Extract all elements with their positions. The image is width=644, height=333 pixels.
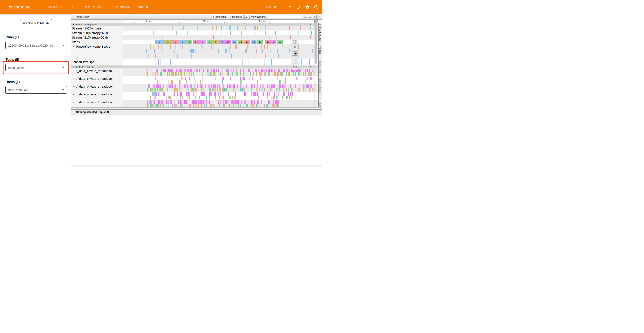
- trace-event[interactable]: [252, 26, 252, 30]
- trace-event[interactable]: [203, 100, 204, 104]
- trace-event[interactable]: [274, 69, 274, 72]
- trace-event[interactable]: [299, 72, 300, 76]
- trace-event[interactable]: [178, 54, 178, 58]
- trace-event[interactable]: [193, 72, 194, 76]
- trace-event[interactable]: [249, 88, 249, 92]
- trace-event[interactable]: [304, 44, 304, 49]
- trace-event[interactable]: [167, 100, 168, 104]
- trace-event[interactable]: [192, 69, 192, 72]
- trace-event[interactable]: [157, 88, 158, 92]
- trace-event[interactable]: [164, 104, 164, 107]
- trace-event[interactable]: [208, 69, 208, 72]
- trace-event[interactable]: [247, 77, 247, 80]
- trace-event[interactable]: [242, 26, 242, 30]
- trace-event[interactable]: [243, 26, 243, 30]
- trace-event[interactable]: [238, 77, 238, 80]
- trace-event[interactable]: [232, 69, 232, 72]
- trace-event[interactable]: [288, 31, 288, 34]
- trace-event[interactable]: [167, 72, 168, 76]
- trace-event[interactable]: [195, 96, 196, 99]
- trace-event[interactable]: [226, 100, 226, 104]
- trace-event[interactable]: [180, 84, 180, 88]
- trace-event[interactable]: [272, 26, 272, 30]
- trace-event[interactable]: [240, 96, 240, 99]
- trace-event[interactable]: [252, 69, 253, 72]
- trace-event[interactable]: [234, 36, 234, 39]
- trace-event[interactable]: [287, 88, 287, 92]
- trace-event[interactable]: [154, 84, 154, 88]
- trace-event[interactable]: [258, 96, 259, 99]
- trace-event[interactable]: [196, 92, 197, 96]
- trace-event[interactable]: [188, 54, 188, 58]
- trace-event[interactable]: [270, 80, 270, 84]
- trace-event[interactable]: [167, 26, 167, 30]
- trace-event[interactable]: [247, 84, 248, 88]
- trace-event[interactable]: [288, 26, 288, 30]
- trace-event[interactable]: [207, 72, 208, 76]
- trace-event[interactable]: [238, 104, 239, 107]
- trace-event[interactable]: [217, 88, 218, 92]
- trace-event[interactable]: [272, 88, 272, 92]
- trace-event[interactable]: [282, 84, 283, 88]
- trace-event[interactable]: [297, 36, 297, 39]
- trace-event[interactable]: [215, 92, 216, 96]
- trace-event[interactable]: [280, 84, 280, 88]
- trace-event[interactable]: [212, 104, 212, 107]
- trace-event[interactable]: [266, 88, 266, 92]
- trace-event[interactable]: [147, 104, 147, 107]
- trace-event[interactable]: [150, 44, 151, 49]
- trace-event[interactable]: [206, 96, 207, 99]
- trace-event[interactable]: [187, 104, 187, 107]
- trace-event[interactable]: [196, 100, 197, 104]
- trace-event[interactable]: [234, 72, 234, 76]
- trace-event[interactable]: [150, 69, 151, 72]
- trace-event[interactable]: [236, 72, 237, 76]
- trace-event[interactable]: [160, 59, 160, 65]
- trace-event[interactable]: [254, 31, 254, 34]
- trace-event[interactable]: [170, 92, 170, 96]
- track-label[interactable]: Stream #21(MemcpyD2H): [71, 35, 124, 40]
- trace-event[interactable]: [216, 69, 217, 72]
- trace-event[interactable]: [228, 92, 229, 96]
- trace-event[interactable]: [240, 26, 240, 30]
- trace-event[interactable]: [278, 84, 279, 88]
- trace-event[interactable]: [278, 72, 279, 76]
- trace-event[interactable]: [216, 72, 216, 76]
- trace-event[interactable]: [291, 84, 291, 88]
- trace-event[interactable]: [190, 84, 190, 88]
- trace-event[interactable]: [232, 100, 232, 104]
- trace-event[interactable]: [154, 88, 155, 92]
- trace-event[interactable]: [208, 72, 208, 76]
- collapse-triangle-icon[interactable]: ▾: [73, 24, 74, 26]
- track-label[interactable]: Stream #20(MemcpyH2D): [71, 30, 124, 35]
- trace-event[interactable]: [186, 80, 187, 84]
- trace-event[interactable]: [310, 72, 311, 76]
- trace-event[interactable]: [233, 88, 234, 92]
- trace-event[interactable]: [290, 88, 290, 92]
- trace-help-button[interactable]: ?: [317, 15, 321, 19]
- trace-event[interactable]: [232, 49, 234, 53]
- trace-event[interactable]: [201, 104, 201, 107]
- trace-event[interactable]: [188, 100, 188, 104]
- trace-event[interactable]: [297, 77, 298, 80]
- trace-event[interactable]: [182, 104, 182, 107]
- trace-event[interactable]: [304, 72, 304, 76]
- trace-event[interactable]: [213, 80, 214, 84]
- trace-event[interactable]: [203, 69, 203, 72]
- trace-event[interactable]: [175, 88, 176, 92]
- trace-event[interactable]: [259, 104, 259, 107]
- trace-event[interactable]: [269, 100, 269, 104]
- trace-event[interactable]: [265, 31, 266, 34]
- trace-event[interactable]: [292, 96, 293, 99]
- trace-event[interactable]: [252, 72, 252, 76]
- track-label[interactable]: Steps: [71, 40, 124, 44]
- trace-event[interactable]: [299, 59, 299, 65]
- trace-event[interactable]: [167, 96, 167, 99]
- trace-event[interactable]: [228, 69, 229, 72]
- trace-event[interactable]: [307, 84, 308, 88]
- trace-event[interactable]: [258, 49, 258, 53]
- trace-event[interactable]: [304, 84, 304, 88]
- trace-event[interactable]: [269, 26, 270, 30]
- trace-event[interactable]: [256, 77, 256, 80]
- trace-event[interactable]: [302, 26, 302, 30]
